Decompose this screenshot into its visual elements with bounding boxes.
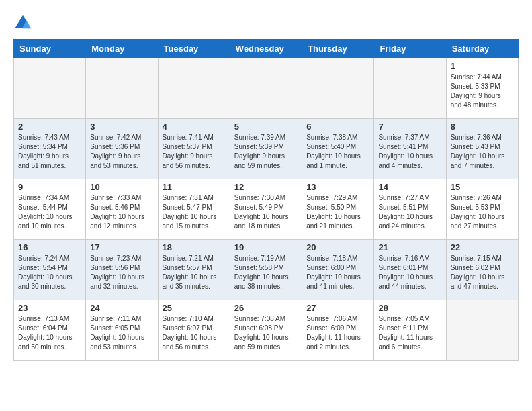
day-info-text: Sunrise: 7:29 AM Sunset: 5:50 PM Dayligh… [306, 193, 369, 231]
day-number: 24 [90, 303, 153, 313]
day-info-text: Sunrise: 7:16 AM Sunset: 6:01 PM Dayligh… [378, 254, 441, 291]
calendar-day-cell: 13Sunrise: 7:29 AM Sunset: 5:50 PM Dayli… [302, 179, 374, 240]
day-number: 25 [163, 303, 226, 313]
day-number: 5 [234, 122, 298, 132]
calendar-day-cell [302, 58, 374, 119]
day-info-text: Sunrise: 7:05 AM Sunset: 6:11 PM Dayligh… [378, 314, 441, 352]
day-of-week-header: Tuesday [158, 40, 230, 58]
calendar-week-row: 9Sunrise: 7:34 AM Sunset: 5:44 PM Daylig… [14, 179, 519, 240]
calendar-day-cell: 7Sunrise: 7:37 AM Sunset: 5:41 PM Daylig… [374, 119, 446, 179]
calendar-day-cell: 25Sunrise: 7:10 AM Sunset: 6:07 PM Dayli… [158, 300, 230, 361]
calendar-day-cell: 17Sunrise: 7:23 AM Sunset: 5:56 PM Dayli… [86, 240, 158, 300]
day-info-text: Sunrise: 7:30 AM Sunset: 5:49 PM Dayligh… [234, 193, 298, 231]
day-info-text: Sunrise: 7:06 AM Sunset: 6:09 PM Dayligh… [306, 314, 369, 352]
calendar-day-cell: 24Sunrise: 7:11 AM Sunset: 6:05 PM Dayli… [86, 300, 158, 361]
day-number: 16 [18, 242, 81, 253]
day-number: 3 [90, 122, 153, 132]
day-info-text: Sunrise: 7:10 AM Sunset: 6:07 PM Dayligh… [163, 314, 226, 352]
day-of-week-header: Friday [374, 40, 446, 58]
calendar-day-cell [230, 58, 302, 119]
calendar-day-cell: 6Sunrise: 7:38 AM Sunset: 5:40 PM Daylig… [302, 119, 374, 179]
day-number: 26 [234, 303, 298, 313]
calendar-day-cell: 23Sunrise: 7:13 AM Sunset: 6:04 PM Dayli… [14, 300, 86, 361]
day-number: 20 [306, 242, 369, 253]
calendar-day-cell [374, 58, 446, 119]
day-info-text: Sunrise: 7:31 AM Sunset: 5:47 PM Dayligh… [163, 193, 226, 231]
day-info-text: Sunrise: 7:08 AM Sunset: 6:08 PM Dayligh… [234, 314, 298, 352]
calendar-day-cell: 3Sunrise: 7:42 AM Sunset: 5:36 PM Daylig… [86, 119, 158, 179]
day-number: 23 [18, 303, 81, 313]
day-info-text: Sunrise: 7:26 AM Sunset: 5:53 PM Dayligh… [451, 193, 514, 231]
calendar-day-cell [14, 58, 86, 119]
calendar-day-cell: 15Sunrise: 7:26 AM Sunset: 5:53 PM Dayli… [446, 179, 518, 240]
day-info-text: Sunrise: 7:24 AM Sunset: 5:54 PM Dayligh… [18, 254, 81, 291]
calendar-day-cell: 14Sunrise: 7:27 AM Sunset: 5:51 PM Dayli… [374, 179, 446, 240]
day-number: 14 [378, 182, 441, 192]
day-info-text: Sunrise: 7:36 AM Sunset: 5:43 PM Dayligh… [451, 133, 514, 171]
calendar-header-row: SundayMondayTuesdayWednesdayThursdayFrid… [14, 40, 519, 58]
day-info-text: Sunrise: 7:41 AM Sunset: 5:37 PM Dayligh… [163, 133, 226, 171]
day-of-week-header: Monday [86, 40, 158, 58]
day-info-text: Sunrise: 7:15 AM Sunset: 6:02 PM Dayligh… [451, 254, 514, 291]
day-number: 21 [378, 242, 441, 253]
day-info-text: Sunrise: 7:19 AM Sunset: 5:58 PM Dayligh… [234, 254, 298, 291]
day-number: 10 [90, 182, 153, 192]
day-number: 1 [451, 61, 514, 71]
calendar-day-cell: 4Sunrise: 7:41 AM Sunset: 5:37 PM Daylig… [158, 119, 230, 179]
day-of-week-header: Wednesday [230, 40, 302, 58]
day-info-text: Sunrise: 7:34 AM Sunset: 5:44 PM Dayligh… [18, 193, 81, 231]
calendar-day-cell: 19Sunrise: 7:19 AM Sunset: 5:58 PM Dayli… [230, 240, 302, 300]
logo-icon [13, 13, 32, 32]
calendar-day-cell [158, 58, 230, 119]
calendar-day-cell: 5Sunrise: 7:39 AM Sunset: 5:39 PM Daylig… [230, 119, 302, 179]
day-number: 18 [163, 242, 226, 253]
calendar-day-cell: 1Sunrise: 7:44 AM Sunset: 5:33 PM Daylig… [446, 58, 518, 119]
day-number: 22 [451, 242, 514, 253]
day-info-text: Sunrise: 7:33 AM Sunset: 5:46 PM Dayligh… [90, 193, 153, 231]
day-number: 9 [18, 182, 81, 192]
day-of-week-header: Saturday [446, 40, 518, 58]
day-number: 15 [451, 182, 514, 192]
day-number: 19 [234, 242, 298, 253]
calendar-day-cell: 28Sunrise: 7:05 AM Sunset: 6:11 PM Dayli… [374, 300, 446, 361]
day-info-text: Sunrise: 7:43 AM Sunset: 5:34 PM Dayligh… [18, 133, 81, 171]
calendar-week-row: 2Sunrise: 7:43 AM Sunset: 5:34 PM Daylig… [14, 119, 519, 179]
logo [13, 13, 35, 32]
day-number: 28 [378, 303, 441, 313]
day-info-text: Sunrise: 7:23 AM Sunset: 5:56 PM Dayligh… [90, 254, 153, 291]
day-number: 11 [163, 182, 226, 192]
day-info-text: Sunrise: 7:11 AM Sunset: 6:05 PM Dayligh… [90, 314, 153, 352]
calendar-day-cell: 10Sunrise: 7:33 AM Sunset: 5:46 PM Dayli… [86, 179, 158, 240]
calendar-day-cell: 8Sunrise: 7:36 AM Sunset: 5:43 PM Daylig… [446, 119, 518, 179]
day-number: 7 [378, 122, 441, 132]
day-number: 13 [306, 182, 369, 192]
calendar-day-cell: 22Sunrise: 7:15 AM Sunset: 6:02 PM Dayli… [446, 240, 518, 300]
calendar-day-cell: 9Sunrise: 7:34 AM Sunset: 5:44 PM Daylig… [14, 179, 86, 240]
day-info-text: Sunrise: 7:44 AM Sunset: 5:33 PM Dayligh… [451, 73, 514, 110]
day-number: 2 [18, 122, 81, 132]
calendar-day-cell [86, 58, 158, 119]
day-number: 4 [163, 122, 226, 132]
calendar-day-cell: 11Sunrise: 7:31 AM Sunset: 5:47 PM Dayli… [158, 179, 230, 240]
calendar-week-row: 23Sunrise: 7:13 AM Sunset: 6:04 PM Dayli… [14, 300, 519, 361]
day-number: 27 [306, 303, 369, 313]
day-info-text: Sunrise: 7:42 AM Sunset: 5:36 PM Dayligh… [90, 133, 153, 171]
day-info-text: Sunrise: 7:27 AM Sunset: 5:51 PM Dayligh… [378, 193, 441, 231]
calendar-week-row: 1Sunrise: 7:44 AM Sunset: 5:33 PM Daylig… [14, 58, 519, 119]
day-info-text: Sunrise: 7:39 AM Sunset: 5:39 PM Dayligh… [234, 133, 298, 171]
day-number: 12 [234, 182, 298, 192]
calendar-day-cell: 18Sunrise: 7:21 AM Sunset: 5:57 PM Dayli… [158, 240, 230, 300]
calendar-week-row: 16Sunrise: 7:24 AM Sunset: 5:54 PM Dayli… [14, 240, 519, 300]
calendar-day-cell: 20Sunrise: 7:18 AM Sunset: 6:00 PM Dayli… [302, 240, 374, 300]
calendar-day-cell: 27Sunrise: 7:06 AM Sunset: 6:09 PM Dayli… [302, 300, 374, 361]
calendar-day-cell: 16Sunrise: 7:24 AM Sunset: 5:54 PM Dayli… [14, 240, 86, 300]
calendar-day-cell: 26Sunrise: 7:08 AM Sunset: 6:08 PM Dayli… [230, 300, 302, 361]
calendar-day-cell: 21Sunrise: 7:16 AM Sunset: 6:01 PM Dayli… [374, 240, 446, 300]
calendar-day-cell: 2Sunrise: 7:43 AM Sunset: 5:34 PM Daylig… [14, 119, 86, 179]
day-info-text: Sunrise: 7:18 AM Sunset: 6:00 PM Dayligh… [306, 254, 369, 291]
day-info-text: Sunrise: 7:13 AM Sunset: 6:04 PM Dayligh… [18, 314, 81, 352]
day-info-text: Sunrise: 7:38 AM Sunset: 5:40 PM Dayligh… [306, 133, 369, 171]
day-info-text: Sunrise: 7:37 AM Sunset: 5:41 PM Dayligh… [378, 133, 441, 171]
page-header [13, 13, 519, 32]
day-number: 17 [90, 242, 153, 253]
